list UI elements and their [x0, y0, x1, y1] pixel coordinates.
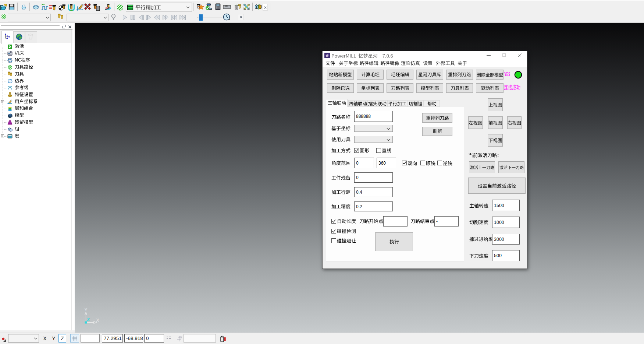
svg-text:X: X [96, 317, 99, 323]
svg-text:Y: Y [84, 307, 88, 312]
svg-text:Z: Z [87, 317, 90, 322]
